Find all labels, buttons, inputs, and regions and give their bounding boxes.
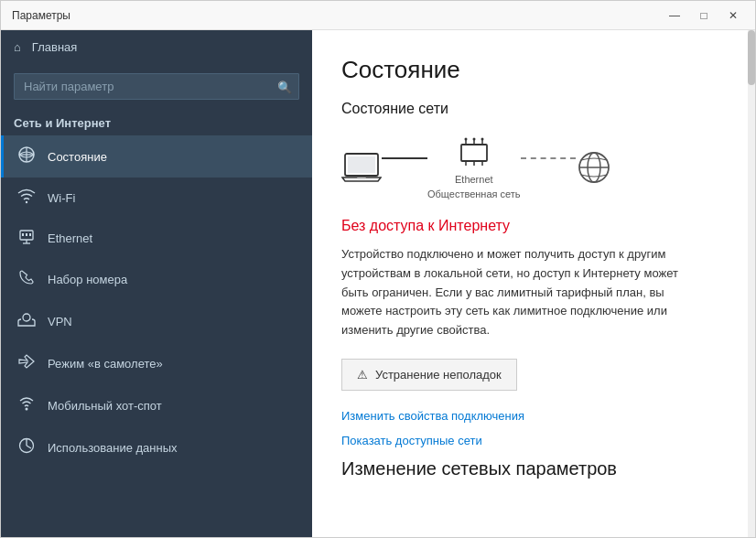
minimize-button[interactable]: — bbox=[664, 6, 686, 25]
solid-line bbox=[382, 157, 427, 159]
sidebar-item-label-hotspot: Мобильный хот-спот bbox=[48, 399, 162, 413]
svg-rect-8 bbox=[26, 233, 27, 236]
svg-rect-14 bbox=[348, 156, 375, 173]
link-show-networks[interactable]: Показать доступные сети bbox=[341, 434, 726, 447]
sidebar-item-wifi[interactable]: Wi-Fi bbox=[1, 178, 312, 218]
globe-node bbox=[576, 149, 612, 186]
scrollbar-track[interactable] bbox=[748, 30, 755, 537]
main-content: Состояние Состояние сети bbox=[312, 30, 755, 537]
sidebar-item-label-datausage: Использование данных bbox=[48, 441, 178, 455]
network-status-title: Состояние сети bbox=[341, 101, 726, 117]
dialup-icon bbox=[16, 268, 37, 290]
laptop-node bbox=[341, 150, 382, 185]
sidebar-item-hotspot[interactable]: Мобильный хот-спот bbox=[1, 384, 312, 426]
router-node: Ethernet Общественная сеть bbox=[427, 135, 521, 199]
search-input[interactable] bbox=[14, 73, 299, 100]
titlebar: Параметры — □ ✕ bbox=[1, 1, 755, 30]
network-diagram: Ethernet Общественная сеть bbox=[341, 135, 726, 199]
svg-point-11 bbox=[26, 408, 28, 411]
dashed-line bbox=[521, 157, 576, 159]
sidebar-item-label-dialup: Набор номера bbox=[48, 273, 127, 286]
laptop-icon bbox=[341, 150, 382, 185]
svg-point-10 bbox=[23, 314, 30, 321]
settings-window: Параметры — □ ✕ ⌂ Главная 🔍 Сеть и Интер… bbox=[0, 0, 756, 538]
maximize-button[interactable]: □ bbox=[693, 6, 715, 25]
vpn-icon bbox=[16, 310, 37, 332]
status-description: Устройство подключено и может получить д… bbox=[341, 245, 707, 340]
sidebar: ⌂ Главная 🔍 Сеть и Интернет bbox=[1, 30, 312, 537]
no-internet-label: Без доступа к Интернету bbox=[341, 218, 726, 234]
sidebar-item-label-status: Состояние bbox=[48, 150, 107, 164]
sidebar-item-airplane[interactable]: Режим «в самолете» bbox=[1, 342, 312, 384]
close-button[interactable]: ✕ bbox=[722, 6, 744, 25]
sidebar-item-label-vpn: VPN bbox=[48, 315, 72, 328]
sidebar-item-status[interactable]: Состояние bbox=[1, 135, 312, 178]
hotspot-icon bbox=[16, 394, 37, 416]
status-icon bbox=[16, 145, 37, 167]
sidebar-item-label-airplane: Режим «в самолете» bbox=[48, 357, 163, 371]
troubleshoot-button[interactable]: ⚠ Устранение неполадок bbox=[341, 359, 517, 391]
svg-rect-7 bbox=[22, 233, 24, 236]
svg-rect-15 bbox=[357, 178, 366, 179]
sidebar-item-ethernet[interactable]: Ethernet bbox=[1, 218, 312, 258]
datausage-icon bbox=[16, 436, 37, 458]
search-icon: 🔍 bbox=[277, 80, 292, 93]
svg-point-21 bbox=[472, 138, 475, 141]
svg-rect-16 bbox=[461, 145, 487, 161]
airplane-icon bbox=[16, 352, 37, 374]
network-type-label: Общественная сеть bbox=[427, 188, 521, 199]
sidebar-item-home[interactable]: ⌂ Главная bbox=[1, 30, 312, 64]
globe-icon bbox=[576, 149, 612, 186]
home-icon: ⌂ bbox=[14, 40, 21, 54]
sidebar-search-container: 🔍 bbox=[14, 73, 299, 100]
link-change-properties[interactable]: Изменить свойства подключения bbox=[341, 409, 726, 423]
svg-point-20 bbox=[464, 138, 467, 141]
ethernet-diagram-label: Ethernet bbox=[455, 174, 493, 185]
sidebar-section-label: Сеть и Интернет bbox=[1, 109, 312, 135]
troubleshoot-label: Устранение неполадок bbox=[375, 368, 502, 382]
sidebar-item-vpn[interactable]: VPN bbox=[1, 300, 312, 342]
sidebar-item-label-ethernet: Ethernet bbox=[48, 231, 92, 245]
sidebar-item-dialup[interactable]: Набор номера bbox=[1, 258, 312, 300]
window-controls: — □ ✕ bbox=[664, 6, 744, 25]
router-icon bbox=[458, 135, 491, 170]
section-change-title: Изменение сетевых параметров bbox=[341, 458, 726, 479]
svg-point-3 bbox=[26, 201, 27, 203]
page-title: Состояние bbox=[341, 56, 726, 84]
ethernet-icon bbox=[16, 228, 37, 248]
window-content: ⌂ Главная 🔍 Сеть и Интернет bbox=[1, 30, 755, 537]
sidebar-item-datausage[interactable]: Использование данных bbox=[1, 426, 312, 468]
window-title: Параметры bbox=[12, 9, 70, 22]
svg-rect-9 bbox=[29, 233, 31, 236]
warning-icon: ⚠ bbox=[357, 368, 368, 382]
sidebar-home-label: Главная bbox=[32, 40, 77, 54]
scrollbar-thumb[interactable] bbox=[748, 30, 755, 85]
sidebar-item-label-wifi: Wi-Fi bbox=[48, 191, 75, 205]
wifi-icon bbox=[16, 188, 37, 208]
svg-point-22 bbox=[481, 138, 483, 141]
